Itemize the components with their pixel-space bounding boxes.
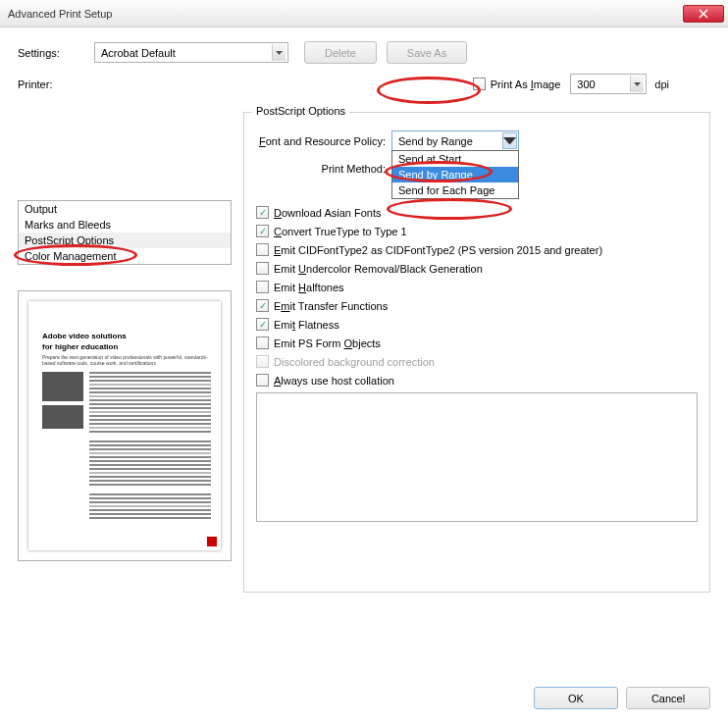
close-icon [699, 9, 708, 19]
save-as-button[interactable]: Save As [387, 41, 467, 64]
postscript-checkbox-5[interactable]: Emit Transfer Functions [256, 299, 698, 312]
dpi-select[interactable]: 300 [570, 74, 647, 94]
checkbox-box [256, 374, 269, 387]
option-send-for-each-page[interactable]: Send for Each Page [392, 182, 518, 198]
delete-button[interactable]: Delete [304, 41, 377, 64]
chevron-down-icon [272, 44, 286, 61]
print-method-label: Print Method: [256, 163, 391, 175]
postscript-checkbox-1[interactable]: Convert TrueType to Type 1 [256, 225, 698, 237]
checkbox-box [256, 243, 269, 256]
chevron-down-icon [502, 132, 517, 149]
settings-value: Acrobat Default [101, 47, 176, 59]
postscript-options-group: PostScript Options Font and Resource Pol… [243, 112, 710, 593]
sidebar-item-color[interactable]: Color Management [19, 248, 231, 264]
discolored-checkbox: Discolored background correction [256, 355, 698, 368]
print-as-image-checkbox[interactable]: Print As Image [473, 78, 561, 90]
postscript-checkbox-7[interactable]: Emit PS Form Objects [256, 337, 698, 349]
window-title: Advanced Print Setup [8, 8, 683, 20]
description-textbox[interactable] [256, 392, 698, 522]
checkbox-label: Emit PS Form Objects [274, 337, 381, 349]
dpi-value: 300 [577, 78, 595, 90]
font-policy-value: Send by Range [398, 135, 473, 147]
checkbox-box [256, 281, 269, 293]
checkbox-label: Emit Halftones [274, 282, 344, 293]
checkbox-box [256, 355, 269, 368]
dpi-label: dpi [654, 78, 669, 90]
always-host-collation-checkbox[interactable]: Always use host collation [256, 374, 698, 387]
checkbox-box [473, 78, 486, 90]
sidebar-item-output[interactable]: Output [19, 201, 231, 217]
postscript-checkbox-3[interactable]: Emit Undercolor Removal/Black Generation [256, 262, 698, 275]
close-button[interactable] [683, 5, 724, 23]
font-policy-label: Font and Resource Policy: [256, 135, 391, 147]
checkbox-box [256, 225, 269, 237]
group-legend: PostScript Options [252, 105, 349, 117]
checkbox-box [256, 318, 269, 331]
cancel-button[interactable]: Cancel [626, 687, 710, 709]
sidebar-item-marks[interactable]: Marks and Bleeds [19, 217, 231, 233]
printer-label: Printer: [18, 78, 94, 90]
option-send-by-range[interactable]: Send by Range [392, 167, 518, 182]
font-policy-dropdown-list[interactable]: Send at Start Send by Range Send for Eac… [391, 150, 519, 199]
checkbox-box [256, 206, 269, 219]
postscript-checkbox-4[interactable]: Emit Halftones [256, 281, 698, 293]
postscript-checkbox-2[interactable]: Emit CIDFontType2 as CIDFontType2 (PS ve… [256, 243, 698, 256]
always-host-label: Always use host collation [274, 375, 394, 387]
checkbox-box [256, 299, 269, 312]
checkbox-label: Download Asian Fonts [274, 207, 381, 219]
ok-button[interactable]: OK [534, 687, 618, 709]
checkbox-box [256, 337, 269, 349]
discolored-label: Discolored background correction [274, 356, 435, 368]
sidebar-item-postscript[interactable]: PostScript Options [19, 233, 231, 248]
font-policy-select[interactable]: Send by Range Send at Start Send by Rang… [391, 130, 519, 151]
postscript-checkbox-0[interactable]: Download Asian Fonts [256, 206, 698, 219]
checkbox-label: Emit Transfer Functions [274, 300, 388, 312]
chevron-down-icon [630, 76, 644, 92]
checkbox-label: Convert TrueType to Type 1 [274, 226, 407, 237]
checkbox-box [256, 262, 269, 275]
settings-select[interactable]: Acrobat Default [94, 42, 288, 63]
page-preview: Adobe video solutions for higher educati… [18, 290, 232, 561]
postscript-checkbox-6[interactable]: Emit Flatness [256, 318, 698, 331]
checkbox-label: Emit CIDFontType2 as CIDFontType2 (PS ve… [274, 244, 602, 256]
option-send-at-start[interactable]: Send at Start [392, 151, 518, 167]
checkbox-label: Emit Flatness [274, 319, 339, 331]
print-as-image-label: Print As Image [491, 78, 561, 90]
settings-label: Settings: [18, 47, 94, 59]
checkbox-label: Emit Undercolor Removal/Black Generation [274, 263, 483, 275]
section-list[interactable]: Output Marks and Bleeds PostScript Optio… [18, 200, 232, 265]
